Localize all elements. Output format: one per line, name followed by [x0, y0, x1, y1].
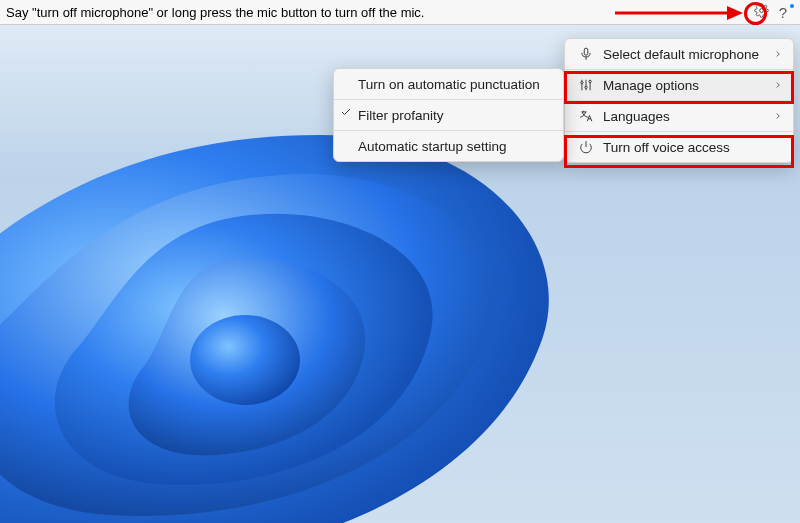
menu-item-label: Filter profanity [358, 108, 444, 123]
svg-rect-4 [584, 48, 588, 55]
settings-menu: Select default microphone Manage options… [564, 38, 794, 163]
notification-dot [790, 4, 794, 8]
svg-point-1 [759, 9, 763, 13]
menu-item-label: Turn on automatic punctuation [358, 77, 540, 92]
svg-point-0 [190, 315, 300, 405]
menu-item-label: Languages [603, 109, 670, 124]
gear-icon [754, 3, 769, 21]
chevron-right-icon [773, 78, 783, 95]
submenu-item-automatic-startup[interactable]: Automatic startup setting [334, 131, 563, 161]
chevron-right-icon [773, 109, 783, 126]
menu-item-languages[interactable]: Languages [565, 101, 793, 131]
menu-item-manage-options[interactable]: Manage options [565, 70, 793, 100]
menu-item-label: Select default microphone [603, 47, 759, 62]
status-text: Say "turn off microphone" or long press … [6, 5, 750, 20]
submenu-item-automatic-punctuation[interactable]: Turn on automatic punctuation [334, 69, 563, 99]
menu-item-turn-off-voice-access[interactable]: Turn off voice access [565, 132, 793, 162]
help-icon: ? [779, 4, 787, 21]
svg-point-7 [581, 82, 583, 84]
settings-button[interactable] [750, 1, 772, 23]
sliders-icon [579, 78, 593, 92]
checkmark-icon [340, 106, 352, 121]
menu-item-select-default-microphone[interactable]: Select default microphone [565, 39, 793, 69]
voice-access-topbar: Say "turn off microphone" or long press … [0, 0, 800, 25]
menu-item-label: Turn off voice access [603, 140, 730, 155]
svg-point-11 [589, 80, 591, 82]
submenu-item-filter-profanity[interactable]: Filter profanity [334, 100, 563, 130]
svg-point-9 [585, 86, 587, 88]
chevron-right-icon [773, 47, 783, 64]
power-icon [579, 140, 593, 154]
manage-options-submenu: Turn on automatic punctuation Filter pro… [333, 68, 564, 162]
language-icon [579, 109, 593, 123]
microphone-icon [579, 47, 593, 61]
menu-item-label: Manage options [603, 78, 699, 93]
menu-item-label: Automatic startup setting [358, 139, 507, 154]
